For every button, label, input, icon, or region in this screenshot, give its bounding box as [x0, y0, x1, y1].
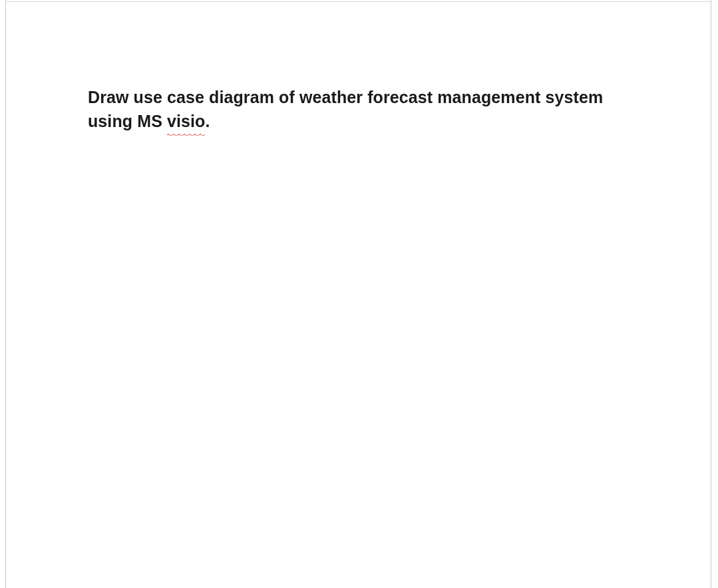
page-border-left [5, 0, 6, 588]
misspelled-word: visio [167, 112, 205, 130]
document-page: Draw use case diagram of weather forecas… [0, 0, 718, 588]
spellcheck-underline[interactable]: visio [167, 109, 205, 133]
page-border-top [5, 1, 711, 2]
page-border-right [711, 0, 711, 588]
body-text[interactable]: Draw use case diagram of weather forecas… [88, 85, 625, 134]
text-run: Draw use case diagram of weather forecas… [88, 88, 603, 130]
text-run-trailing: . [205, 112, 210, 130]
